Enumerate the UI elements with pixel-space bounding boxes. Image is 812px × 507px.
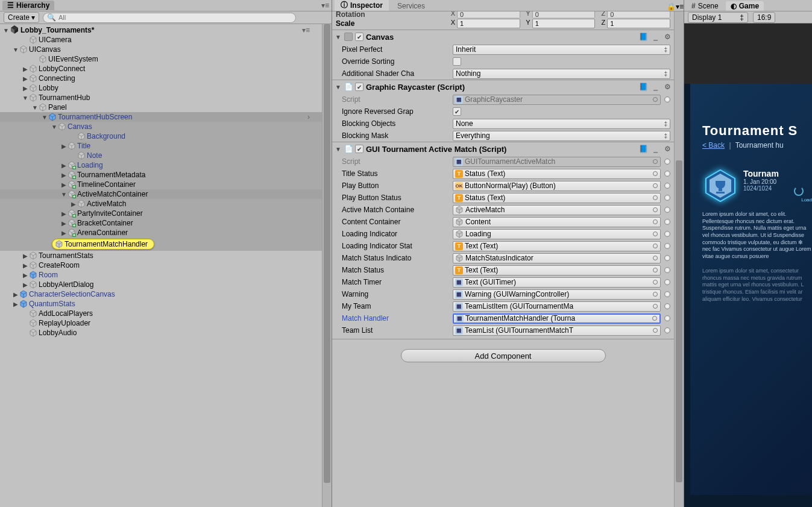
object-field[interactable]: ▦TeamListItem (GUITournamentMa (453, 301, 661, 312)
fold-icon[interactable]: ▼ (22, 95, 29, 101)
fold-icon[interactable]: ▼ (335, 84, 342, 90)
pixel-perfect-dropdown[interactable]: Inherit (453, 45, 670, 55)
tree-item-lobbyaudio[interactable]: ▶LobbyAudio (0, 328, 322, 338)
fold-icon[interactable]: ▶ (60, 210, 68, 217)
add-component-button[interactable]: Add Component (401, 349, 606, 362)
tree-item-addlocalplayers[interactable]: ▶AddLocalPlayers (0, 309, 322, 318)
rot-x-field[interactable]: 0 (457, 11, 520, 17)
target-icon[interactable] (664, 159, 670, 165)
target-icon[interactable] (664, 303, 670, 309)
target-icon[interactable] (664, 207, 670, 213)
object-field[interactable]: TText (Text) (453, 265, 661, 276)
object-field[interactable]: TStatus (Text) (453, 193, 661, 203)
tree-item-tournamentmetadata[interactable]: ▶TournamentMetadata (0, 170, 322, 180)
tree-item-note[interactable]: ▶Note (0, 151, 322, 160)
display-dropdown[interactable]: Display 1‡ (688, 12, 748, 23)
ignore-reversed-checkbox[interactable] (453, 107, 461, 116)
gear-icon[interactable]: ⚙ (663, 83, 672, 91)
target-icon[interactable] (664, 171, 670, 177)
dropdown-icon[interactable]: ▾≡ (676, 2, 684, 11)
fold-icon[interactable]: ▶ (60, 172, 68, 178)
fold-icon[interactable]: ▶ (60, 143, 68, 150)
object-field[interactable]: Content (453, 217, 661, 227)
tree-item-tournamentmatchhandler[interactable]: TournamentMatchHandler (0, 238, 322, 251)
fold-icon[interactable]: ▶ (12, 291, 19, 298)
back-link[interactable]: < Back (702, 141, 725, 150)
tree-item-uicamera[interactable]: ▶UICamera (0, 35, 322, 45)
game-view[interactable]: Tournament S < Back | Tournament hu Tour… (684, 24, 812, 507)
tree-item-bracketcontainer[interactable]: ▶BracketContainer (0, 218, 322, 228)
fold-icon[interactable]: ▼ (2, 27, 10, 34)
hierarchy-tree[interactable]: ▼ Lobby_Tournaments* ▾≡ ▶UICamera ▼UICan… (0, 24, 322, 507)
fold-icon[interactable]: ▼ (41, 114, 48, 121)
disabled-checkbox[interactable] (344, 33, 353, 41)
tab-game[interactable]: ◐Game (726, 1, 764, 11)
gear-icon[interactable]: ⚙ (663, 33, 672, 41)
target-icon[interactable] (664, 327, 670, 333)
tree-item-loading[interactable]: ▶Loading (0, 160, 322, 170)
blocking-objects-dropdown[interactable]: None (453, 119, 670, 129)
prefab-open-icon[interactable]: › (307, 113, 310, 121)
tree-item-activematchcontainer[interactable]: ▼ActiveMatchContainer (0, 189, 322, 199)
object-field[interactable]: ActiveMatch (453, 205, 661, 215)
fold-icon[interactable]: ▼ (31, 104, 39, 111)
tree-item-canvas[interactable]: ▼Canvas (0, 122, 322, 131)
fold-icon[interactable]: ▶ (60, 220, 68, 227)
scale-y-field[interactable]: 1 (532, 19, 596, 28)
tree-item-connecting[interactable]: ▶Connecting (0, 74, 322, 83)
tree-item-uicanvas[interactable]: ▼UICanvas (0, 45, 322, 54)
fold-icon[interactable]: ▶ (22, 253, 29, 259)
scene-row[interactable]: ▼ Lobby_Tournaments* ▾≡ (0, 25, 322, 35)
tree-item-tournamentstats[interactable]: ▶TournamentStats (0, 251, 322, 260)
target-icon[interactable] (664, 96, 670, 102)
target-icon[interactable] (664, 243, 670, 249)
object-field[interactable]: TStatus (Text) (453, 169, 661, 179)
search-box[interactable]: 🔍 (43, 13, 296, 23)
scale-x-field[interactable]: 1 (457, 19, 520, 28)
fold-icon[interactable]: ▼ (12, 46, 19, 53)
tree-item-replayuploader[interactable]: ▶ReplayUploader (0, 318, 322, 328)
tree-item-characterselectioncanvas[interactable]: ▶CharacterSelectionCanvas (0, 289, 322, 299)
object-field[interactable]: ▦Text (GUITimer) (453, 277, 661, 288)
fold-icon[interactable]: ▶ (12, 301, 19, 307)
tab-scene[interactable]: #Scene (687, 1, 723, 11)
target-icon[interactable] (664, 267, 670, 273)
hierarchy-tab[interactable]: ☰ Hierarchy (2, 1, 54, 10)
target-icon[interactable] (664, 195, 670, 201)
fold-icon[interactable]: ▶ (22, 272, 29, 279)
object-field[interactable]: ▦Warning (GUIWarningController) (453, 289, 661, 300)
tree-item-title[interactable]: ▶Title (0, 141, 322, 151)
tab-inspector[interactable]: ⓘInspector (335, 0, 389, 11)
blocking-mask-dropdown[interactable]: Everything (453, 131, 670, 141)
scrollbar-thumb[interactable] (676, 160, 682, 482)
hierarchy-scrollbar[interactable] (322, 24, 332, 507)
fold-icon[interactable]: ▶ (22, 262, 29, 269)
tree-item-timelinecontainer[interactable]: ▶TimelineContainer (0, 180, 322, 189)
preset-icon[interactable]: ⎯ (651, 83, 659, 91)
lock-icon[interactable]: 🔒 (667, 2, 676, 11)
fold-icon[interactable]: ▶ (22, 75, 29, 82)
help-icon[interactable]: 📘 (639, 83, 647, 91)
tree-item-partyinvitecontainer[interactable]: ▶PartyInviteContainer (0, 209, 322, 218)
help-icon[interactable]: 📘 (639, 145, 647, 153)
override-sorting-checkbox[interactable] (453, 57, 461, 66)
preset-icon[interactable]: ⎯ (651, 145, 659, 153)
target-icon[interactable] (664, 255, 670, 261)
tree-item-panel[interactable]: ▼Panel (0, 102, 322, 112)
object-field[interactable]: ▦TeamList (GUITournamentMatchT (453, 326, 661, 336)
fold-icon[interactable]: ▶ (70, 201, 77, 207)
tree-item-tournamenthub[interactable]: ▼TournamentHub (0, 93, 322, 102)
object-field[interactable]: MatchStatusIndicator (453, 253, 661, 263)
fold-icon[interactable]: ▶ (22, 85, 29, 92)
enabled-checkbox[interactable] (355, 145, 364, 153)
tree-item-arenacontainer[interactable]: ▶ArenaContainer (0, 228, 322, 238)
fold-icon[interactable]: ▶ (22, 66, 29, 72)
tree-item-room[interactable]: ▶Room (0, 270, 322, 280)
tab-services[interactable]: Services (391, 1, 431, 11)
fold-icon[interactable]: ▶ (60, 181, 68, 188)
scale-z-field[interactable]: 1 (607, 19, 670, 28)
target-icon[interactable] (664, 219, 670, 225)
search-input[interactable] (58, 14, 292, 21)
fold-icon[interactable]: ▶ (60, 230, 68, 236)
tree-item-uieventsystem[interactable]: ▶UIEventSystem (0, 54, 322, 64)
